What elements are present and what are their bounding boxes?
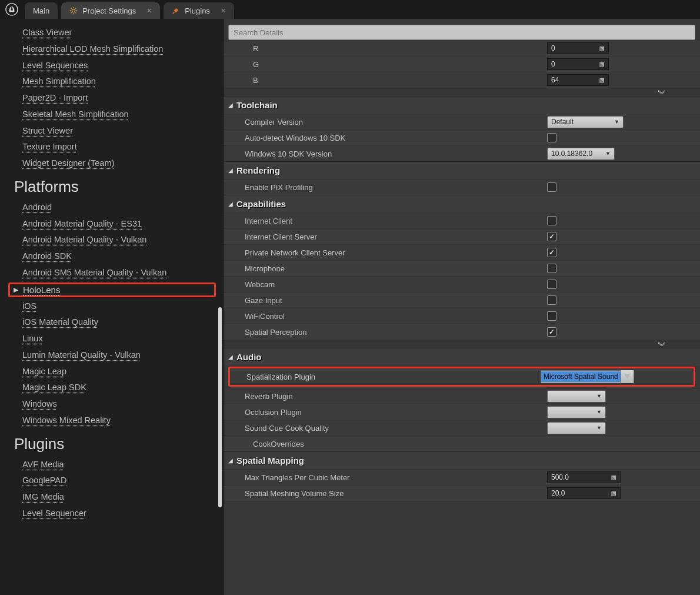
section-spatial-mapping[interactable]: ◢Spatial Mapping: [224, 451, 700, 469]
autodetect-sdk-row: Auto-detect Windows 10 SDK: [224, 129, 700, 145]
sidebar-item[interactable]: Texture Import: [0, 139, 223, 155]
spinner-icon[interactable]: [599, 45, 605, 51]
tab-plugins-label: Plugins: [185, 6, 210, 15]
sidebar-item[interactable]: GooglePAD: [0, 473, 223, 489]
section-capabilities[interactable]: ◢Capabilities: [224, 195, 700, 212]
tab-project-settings[interactable]: Project Settings ✕: [61, 2, 160, 19]
reverb-plugin-dropdown[interactable]: ▼: [547, 390, 606, 403]
sidebar-item[interactable]: Linux: [0, 331, 223, 347]
max-triangles-row: Max Triangles Per Cubic Meter 500.0: [224, 469, 700, 485]
spatialization-plugin-dropdown[interactable]: Microsoft Spatial Sound ▼: [541, 370, 634, 383]
capability-label: Spatial Perception: [245, 328, 547, 337]
sidebar-item[interactable]: Android SDK: [0, 248, 223, 265]
win10-sdk-row: Windows 10 SDK Version 10.0.18362.0▼: [224, 145, 700, 161]
spatial-meshing-volume-row: Spatial Meshing Volume Size 20.0: [224, 485, 700, 501]
label-g: G: [253, 60, 547, 69]
settings-detail-panel: R 0 G 0 B 64 ◢Toolchain Compiler Version…: [224, 19, 700, 595]
sidebar-item[interactable]: Windows Mixed Reality: [0, 413, 223, 429]
cook-overrides-row: CookOverrides: [224, 436, 700, 451]
sidebar-item[interactable]: Paper2D - Import: [0, 90, 223, 107]
sidebar-item[interactable]: AVF Media: [0, 457, 223, 473]
chevron-down-icon[interactable]: ▼: [621, 370, 634, 383]
label-r: R: [253, 44, 547, 53]
search-details[interactable]: [228, 25, 695, 40]
sidebar-item[interactable]: Android Material Quality - Vulkan: [0, 232, 223, 248]
settings-categories-sidebar[interactable]: Class ViewerHierarchical LOD Mesh Simpli…: [0, 19, 224, 595]
capability-label: WiFiControl: [245, 312, 547, 321]
gear-icon: [69, 6, 78, 15]
max-triangles-input[interactable]: 500.0: [547, 471, 621, 483]
triangle-down-icon: ◢: [228, 167, 233, 174]
capability-checkbox[interactable]: [547, 216, 556, 225]
search-input[interactable]: [234, 28, 690, 37]
sidebar-item[interactable]: Hierarchical LOD Mesh Simplification: [0, 41, 223, 58]
capability-checkbox[interactable]: [547, 264, 556, 273]
occlusion-plugin-dropdown[interactable]: ▼: [547, 406, 606, 418]
sidebar-item[interactable]: Android Material Quality - ES31: [0, 216, 223, 232]
sidebar-item[interactable]: Android SM5 Material Quality - Vulkan: [0, 265, 223, 281]
sidebar-item[interactable]: Mesh Simplification: [0, 74, 223, 90]
triangle-down-icon: ◢: [228, 102, 233, 108]
sidebar-item[interactable]: iOS: [0, 298, 223, 315]
sidebar-item[interactable]: Magic Leap SDK: [0, 380, 223, 396]
chevron-down-icon: ▼: [596, 409, 602, 415]
spinner-icon[interactable]: [599, 77, 605, 83]
svg-point-0: [6, 4, 18, 15]
capability-checkbox[interactable]: [547, 295, 556, 305]
sidebar-item[interactable]: Struct Viewer: [0, 123, 223, 139]
capability-row: Private Network Client Server: [224, 244, 700, 260]
sidebar-item[interactable]: Level Sequences: [0, 58, 223, 74]
spatialization-plugin-row: Spatialization Plugin Microsoft Spatial …: [228, 367, 695, 387]
close-icon[interactable]: ✕: [221, 7, 226, 15]
section-collapse-bar[interactable]: [224, 88, 700, 96]
capability-label: Internet Client Server: [245, 232, 547, 241]
autodetect-checkbox[interactable]: [547, 133, 556, 142]
sidebar-scrollbar[interactable]: [218, 307, 222, 507]
capability-row: Webcam: [224, 276, 700, 292]
input-g[interactable]: 0: [547, 58, 609, 70]
sidebar-item[interactable]: Magic Leap: [0, 364, 223, 380]
capability-checkbox[interactable]: [547, 248, 556, 257]
sound-cue-dropdown[interactable]: ▼: [547, 422, 606, 434]
sidebar-item[interactable]: Lumin Material Quality - Vulkan: [0, 347, 223, 364]
compiler-version-row: Compiler Version Default▼: [224, 114, 700, 129]
capability-checkbox[interactable]: [547, 327, 556, 337]
tab-main[interactable]: Main: [25, 2, 58, 19]
input-r[interactable]: 0: [547, 42, 609, 54]
chevron-down-icon: ▼: [596, 393, 602, 399]
sidebar-item[interactable]: Windows: [0, 396, 223, 413]
sidebar-item[interactable]: Class Viewer: [0, 25, 223, 41]
close-icon[interactable]: ✕: [146, 7, 152, 15]
section-audio[interactable]: ◢Audio: [224, 348, 700, 365]
spinner-icon[interactable]: [611, 474, 616, 480]
sound-cue-quality-row: Sound Cue Cook Quality ▼: [224, 420, 700, 436]
section-collapse-bar[interactable]: [224, 340, 700, 348]
sidebar-item[interactable]: iOS Material Quality: [0, 314, 223, 331]
sidebar-item[interactable]: Widget Designer (Team): [0, 155, 223, 172]
sidebar-item-hololens[interactable]: ▶ HoloLens: [8, 282, 216, 297]
capability-label: Internet Client: [245, 217, 547, 225]
input-b[interactable]: 64: [547, 74, 609, 86]
capability-label: Private Network Client Server: [245, 248, 547, 257]
chevron-down-icon: ▼: [614, 119, 619, 125]
reverb-plugin-row: Reverb Plugin ▼: [224, 388, 700, 404]
capability-checkbox[interactable]: [547, 232, 556, 241]
section-rendering[interactable]: ◢Rendering: [224, 161, 700, 179]
sidebar-item[interactable]: IMG Media: [0, 489, 223, 506]
sidebar-item[interactable]: Android: [0, 200, 223, 216]
sidebar-item[interactable]: Level Sequencer: [0, 506, 223, 522]
unreal-logo: [2, 0, 21, 19]
compiler-version-dropdown[interactable]: Default▼: [547, 116, 624, 128]
capability-checkbox[interactable]: [547, 280, 556, 289]
capability-checkbox[interactable]: [547, 311, 556, 321]
tab-main-label: Main: [33, 6, 49, 15]
sidebar-item[interactable]: Skeletal Mesh Simplification: [0, 107, 223, 123]
win10-sdk-dropdown[interactable]: 10.0.18362.0▼: [547, 148, 615, 160]
section-toolchain[interactable]: ◢Toolchain: [224, 96, 700, 114]
pix-checkbox[interactable]: [547, 182, 556, 192]
spinner-icon[interactable]: [599, 61, 605, 67]
spatial-volume-input[interactable]: 20.0: [547, 487, 621, 499]
chevron-down-icon: ▼: [596, 425, 602, 431]
spinner-icon[interactable]: [611, 490, 616, 496]
tab-plugins[interactable]: Plugins ✕: [164, 2, 234, 19]
